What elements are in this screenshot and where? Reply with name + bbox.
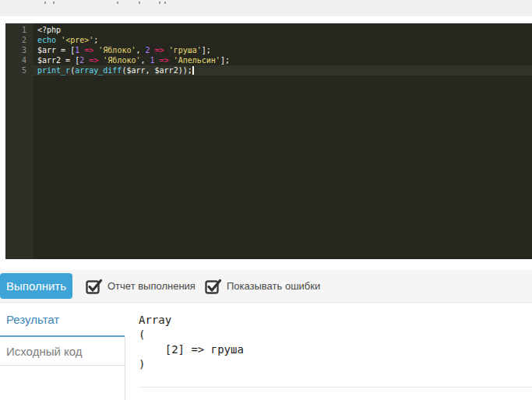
- cutoff-heading-band: [0, 0, 532, 16]
- editor-code-area[interactable]: <?phpecho '<pre>';$arr = [1 => 'Яблоко',…: [33, 23, 532, 259]
- output-divider: [139, 387, 532, 388]
- line-number: 5: [5, 65, 33, 75]
- execution-report-checkbox[interactable]: Отчет выполнения: [86, 279, 196, 294]
- code-line[interactable]: <?php: [33, 25, 532, 35]
- text-cursor: [192, 66, 194, 75]
- editor-gutter: 12345: [5, 23, 33, 259]
- result-tabs: Результат Исходный код: [0, 304, 125, 366]
- show-errors-label: Показывать ошибки: [227, 280, 320, 292]
- code-editor[interactable]: 12345 <?phpecho '<pre>';$arr = [1 => 'Яб…: [5, 23, 532, 259]
- code-line[interactable]: print_r(array_diff($arr, $arr2));: [33, 65, 532, 75]
- code-line[interactable]: $arr2 = [2 => 'Яблоко', 1 => 'Апельсин']…: [33, 55, 532, 65]
- show-errors-checkbox[interactable]: Показывать ошибки: [205, 279, 320, 294]
- code-line[interactable]: $arr = [1 => 'Яблоко', 2 => 'груша'];: [33, 45, 532, 55]
- php-sandbox-page: 12345 <?phpecho '<pre>';$arr = [1 => 'Яб…: [0, 0, 532, 400]
- checkbox-checked-icon: [86, 279, 103, 294]
- cutoff-text-remnants: [44, 2, 46, 4]
- line-number: 2: [5, 35, 33, 45]
- tabs-right-border: [125, 337, 125, 400]
- code-line[interactable]: echo '<pre>';: [33, 35, 532, 45]
- execution-report-label: Отчет выполнения: [107, 280, 196, 292]
- tab-result[interactable]: Результат: [0, 304, 125, 337]
- line-number: 4: [5, 55, 33, 65]
- line-number: 1: [5, 25, 33, 35]
- tab-source-code[interactable]: Исходный код: [0, 337, 125, 366]
- line-number: 3: [5, 45, 33, 55]
- result-output: Array ( [2] => груша ): [139, 313, 244, 372]
- checkbox-checked-icon: [205, 279, 222, 294]
- run-toolbar: Выполнить Отчет выполнения Показывать ош…: [0, 270, 532, 303]
- run-button[interactable]: Выполнить: [0, 273, 72, 299]
